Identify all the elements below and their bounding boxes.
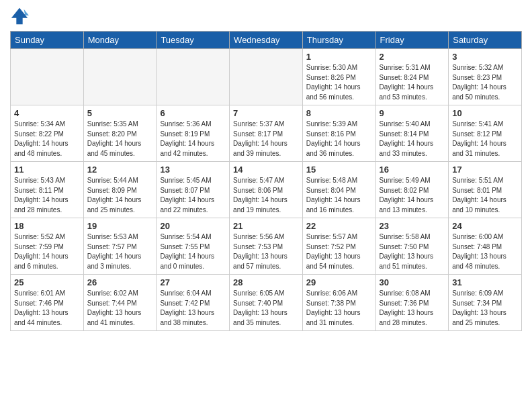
logo-icon (10, 7, 29, 26)
col-header-sunday: Sunday (11, 32, 84, 49)
col-header-friday: Friday (375, 32, 449, 49)
col-header-thursday: Thursday (302, 32, 375, 49)
day-info: Sunrise: 5:39 AM Sunset: 8:16 PM Dayligh… (306, 120, 372, 158)
day-cell: 17Sunrise: 5:51 AM Sunset: 8:01 PM Dayli… (449, 162, 522, 218)
day-info: Sunrise: 6:02 AM Sunset: 7:44 PM Dayligh… (87, 289, 153, 328)
day-cell: 20Sunrise: 5:54 AM Sunset: 7:55 PM Dayli… (157, 218, 230, 275)
day-number: 7 (233, 108, 299, 118)
day-info: Sunrise: 5:49 AM Sunset: 8:02 PM Dayligh… (380, 176, 445, 215)
day-info: Sunrise: 5:51 AM Sunset: 8:01 PM Dayligh… (452, 176, 518, 215)
col-header-saturday: Saturday (449, 32, 522, 49)
day-cell: 11Sunrise: 5:43 AM Sunset: 8:11 PM Dayli… (11, 162, 84, 218)
col-header-tuesday: Tuesday (157, 32, 230, 49)
day-number: 12 (87, 165, 153, 175)
svg-marker-0 (11, 8, 28, 24)
day-cell: 26Sunrise: 6:02 AM Sunset: 7:44 PM Dayli… (83, 275, 157, 331)
day-info: Sunrise: 6:00 AM Sunset: 7:48 PM Dayligh… (452, 232, 518, 271)
day-info: Sunrise: 5:52 AM Sunset: 7:59 PM Dayligh… (14, 232, 80, 271)
day-cell (230, 49, 303, 105)
day-info: Sunrise: 5:43 AM Sunset: 8:11 PM Dayligh… (14, 176, 80, 215)
day-number: 9 (380, 108, 445, 118)
week-row-3: 18Sunrise: 5:52 AM Sunset: 7:59 PM Dayli… (11, 218, 522, 275)
day-number: 20 (160, 221, 226, 231)
day-number: 4 (14, 108, 80, 118)
day-cell: 24Sunrise: 6:00 AM Sunset: 7:48 PM Dayli… (449, 218, 522, 275)
day-info: Sunrise: 5:41 AM Sunset: 8:12 PM Dayligh… (452, 120, 518, 158)
day-number: 13 (160, 165, 226, 175)
day-info: Sunrise: 5:58 AM Sunset: 7:50 PM Dayligh… (380, 232, 445, 271)
day-number: 8 (306, 108, 372, 118)
day-number: 5 (87, 108, 153, 118)
day-info: Sunrise: 5:45 AM Sunset: 8:07 PM Dayligh… (160, 176, 226, 215)
day-info: Sunrise: 5:56 AM Sunset: 7:53 PM Dayligh… (233, 232, 299, 271)
day-cell: 19Sunrise: 5:53 AM Sunset: 7:57 PM Dayli… (83, 218, 157, 275)
day-cell: 9Sunrise: 5:40 AM Sunset: 8:14 PM Daylig… (375, 105, 449, 162)
day-number: 30 (380, 277, 445, 287)
day-number: 22 (306, 221, 372, 231)
day-number: 14 (233, 165, 299, 175)
day-info: Sunrise: 5:31 AM Sunset: 8:24 PM Dayligh… (380, 63, 445, 102)
day-number: 18 (14, 221, 80, 231)
day-cell: 4Sunrise: 5:34 AM Sunset: 8:22 PM Daylig… (11, 105, 84, 162)
day-number: 1 (306, 52, 372, 62)
day-number: 27 (160, 277, 226, 287)
day-cell: 2Sunrise: 5:31 AM Sunset: 8:24 PM Daylig… (375, 49, 449, 105)
week-row-2: 11Sunrise: 5:43 AM Sunset: 8:11 PM Dayli… (11, 162, 522, 218)
day-info: Sunrise: 5:53 AM Sunset: 7:57 PM Dayligh… (87, 232, 153, 271)
day-number: 26 (87, 277, 153, 287)
day-info: Sunrise: 6:06 AM Sunset: 7:38 PM Dayligh… (306, 289, 372, 328)
day-number: 19 (87, 221, 153, 231)
day-number: 16 (380, 165, 445, 175)
day-cell: 12Sunrise: 5:44 AM Sunset: 8:09 PM Dayli… (83, 162, 157, 218)
day-number: 28 (233, 277, 299, 287)
day-number: 23 (380, 221, 445, 231)
day-info: Sunrise: 5:36 AM Sunset: 8:19 PM Dayligh… (160, 120, 226, 158)
day-cell: 13Sunrise: 5:45 AM Sunset: 8:07 PM Dayli… (157, 162, 230, 218)
day-cell: 29Sunrise: 6:06 AM Sunset: 7:38 PM Dayli… (302, 275, 375, 331)
day-number: 29 (306, 277, 372, 287)
logo (10, 7, 30, 26)
day-info: Sunrise: 6:01 AM Sunset: 7:46 PM Dayligh… (14, 289, 80, 328)
day-info: Sunrise: 5:34 AM Sunset: 8:22 PM Dayligh… (14, 120, 80, 158)
day-cell: 16Sunrise: 5:49 AM Sunset: 8:02 PM Dayli… (375, 162, 449, 218)
day-cell: 22Sunrise: 5:57 AM Sunset: 7:52 PM Dayli… (302, 218, 375, 275)
day-number: 6 (160, 108, 226, 118)
day-cell: 21Sunrise: 5:56 AM Sunset: 7:53 PM Dayli… (230, 218, 303, 275)
day-cell: 14Sunrise: 5:47 AM Sunset: 8:06 PM Dayli… (230, 162, 303, 218)
day-info: Sunrise: 6:05 AM Sunset: 7:40 PM Dayligh… (233, 289, 299, 328)
week-row-1: 4Sunrise: 5:34 AM Sunset: 8:22 PM Daylig… (11, 105, 522, 162)
day-cell (83, 49, 157, 105)
day-cell (157, 49, 230, 105)
day-number: 3 (452, 52, 518, 62)
day-cell: 23Sunrise: 5:58 AM Sunset: 7:50 PM Dayli… (375, 218, 449, 275)
day-number: 24 (452, 221, 518, 231)
day-info: Sunrise: 5:47 AM Sunset: 8:06 PM Dayligh… (233, 176, 299, 215)
page: SundayMondayTuesdayWednesdayThursdayFrid… (0, 0, 532, 411)
calendar-table: SundayMondayTuesdayWednesdayThursdayFrid… (10, 31, 522, 331)
day-cell: 31Sunrise: 6:09 AM Sunset: 7:34 PM Dayli… (449, 275, 522, 331)
day-cell: 27Sunrise: 6:04 AM Sunset: 7:42 PM Dayli… (157, 275, 230, 331)
day-cell (11, 49, 84, 105)
day-number: 2 (380, 52, 445, 62)
header (10, 7, 522, 26)
week-row-4: 25Sunrise: 6:01 AM Sunset: 7:46 PM Dayli… (11, 275, 522, 331)
day-info: Sunrise: 5:37 AM Sunset: 8:17 PM Dayligh… (233, 120, 299, 158)
day-info: Sunrise: 6:09 AM Sunset: 7:34 PM Dayligh… (452, 289, 518, 328)
day-number: 11 (14, 165, 80, 175)
col-header-wednesday: Wednesday (230, 32, 303, 49)
day-info: Sunrise: 6:08 AM Sunset: 7:36 PM Dayligh… (380, 289, 445, 328)
day-info: Sunrise: 5:32 AM Sunset: 8:23 PM Dayligh… (452, 63, 518, 102)
week-row-0: 1Sunrise: 5:30 AM Sunset: 8:26 PM Daylig… (11, 49, 522, 105)
day-cell: 6Sunrise: 5:36 AM Sunset: 8:19 PM Daylig… (157, 105, 230, 162)
day-info: Sunrise: 5:44 AM Sunset: 8:09 PM Dayligh… (87, 176, 153, 215)
day-number: 25 (14, 277, 80, 287)
day-cell: 5Sunrise: 5:35 AM Sunset: 8:20 PM Daylig… (83, 105, 157, 162)
day-cell: 1Sunrise: 5:30 AM Sunset: 8:26 PM Daylig… (302, 49, 375, 105)
day-info: Sunrise: 5:35 AM Sunset: 8:20 PM Dayligh… (87, 120, 153, 158)
day-number: 21 (233, 221, 299, 231)
day-number: 15 (306, 165, 372, 175)
day-info: Sunrise: 6:04 AM Sunset: 7:42 PM Dayligh… (160, 289, 226, 328)
day-cell: 10Sunrise: 5:41 AM Sunset: 8:12 PM Dayli… (449, 105, 522, 162)
day-cell: 3Sunrise: 5:32 AM Sunset: 8:23 PM Daylig… (449, 49, 522, 105)
day-cell: 28Sunrise: 6:05 AM Sunset: 7:40 PM Dayli… (230, 275, 303, 331)
